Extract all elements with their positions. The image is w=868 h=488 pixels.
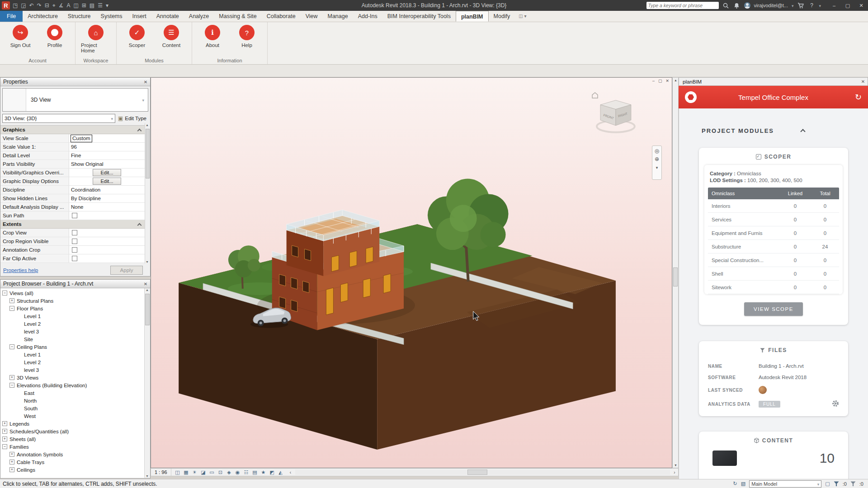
horizontal-scrollbar[interactable]: [295, 469, 670, 475]
tree-item[interactable]: Schedules/Quantities (all): [0, 427, 144, 435]
tree-item[interactable]: Floor Plans: [0, 305, 144, 312]
property-row[interactable]: Parts Visibility Show Original: [0, 160, 145, 169]
type-selector-chevron-icon[interactable]: [142, 97, 148, 103]
bell-icon[interactable]: [733, 2, 741, 9]
view-window-control-icon[interactable]: ▢: [658, 79, 662, 83]
view-control-icon[interactable]: ☷: [243, 469, 250, 475]
ribbon-button[interactable]: ✓Scoper: [122, 25, 152, 56]
window-control-button[interactable]: ▢: [841, 0, 854, 11]
planbim-panel-header[interactable]: planBIM: [679, 77, 868, 86]
ribbon-tab[interactable]: Massing & Site: [214, 11, 261, 22]
project-modules-heading[interactable]: PROJECT MODULES: [702, 127, 868, 134]
ribbon-button[interactable]: ?Help: [232, 25, 262, 56]
qat-icon[interactable]: A: [66, 2, 70, 9]
qat-icon[interactable]: ∡: [59, 2, 64, 9]
close-icon[interactable]: [141, 282, 150, 286]
property-row[interactable]: Annotation Crop: [0, 246, 145, 254]
content-thumbnail[interactable]: [712, 450, 737, 466]
ribbon-tab[interactable]: Insert: [127, 11, 151, 22]
section-collapse-icon[interactable]: [137, 128, 142, 133]
refresh-icon[interactable]: [855, 92, 862, 102]
property-row[interactable]: Scale Value 1: 96: [0, 143, 145, 151]
view-window-control-icon[interactable]: ✕: [665, 79, 669, 83]
worksets-icon[interactable]: [733, 481, 737, 487]
properties-help-link[interactable]: Properties help: [3, 267, 38, 273]
qat-icon[interactable]: ▾: [106, 2, 108, 9]
property-row[interactable]: Far Clip Active: [0, 254, 145, 263]
tree-item[interactable]: level 3: [0, 366, 144, 374]
view-control-icon[interactable]: ★: [260, 469, 267, 475]
tree-item[interactable]: Ceilings: [0, 466, 144, 474]
qat-icon[interactable]: ⊟: [45, 2, 49, 9]
tree-item[interactable]: East: [0, 389, 144, 397]
ribbon-tab[interactable]: Manage: [323, 11, 353, 22]
checkbox[interactable]: [72, 239, 77, 244]
tree-expander-icon[interactable]: [2, 436, 7, 441]
user-menu-chevron-icon[interactable]: [792, 2, 794, 9]
tree-item[interactable]: North: [0, 397, 144, 404]
scrollbar-thumb[interactable]: [145, 294, 150, 325]
tree-item[interactable]: Level 1: [0, 312, 144, 320]
tree-item[interactable]: Level 2: [0, 320, 144, 328]
scrollbar-thumb[interactable]: [146, 129, 150, 178]
scrollbar-thumb[interactable]: [467, 469, 487, 475]
qat-icon[interactable]: ◲: [21, 2, 26, 9]
ribbon-tab[interactable]: Add-Ins: [353, 11, 382, 22]
window-control-button[interactable]: –: [827, 0, 841, 11]
property-row[interactable]: Default Analysis Display ... None: [0, 203, 145, 211]
ribbon-button[interactable]: ↪Sign Out: [5, 25, 35, 56]
ribbon-collapse-icon[interactable]: [515, 11, 530, 22]
scroll-right-icon[interactable]: ›: [671, 470, 678, 475]
tree-item[interactable]: Cable Trays: [0, 458, 144, 466]
ribbon-tab[interactable]: View: [301, 11, 323, 22]
tree-item[interactable]: Level 2: [0, 358, 144, 366]
selection-filter-icon[interactable]: [850, 481, 856, 487]
tree-expander-icon[interactable]: [2, 444, 7, 449]
tree-item[interactable]: Sheets (all): [0, 435, 144, 443]
design-options-select[interactable]: Main Model: [749, 480, 821, 488]
tree-item[interactable]: Views (all): [0, 289, 144, 297]
tree-expander-icon[interactable]: [9, 467, 14, 472]
project-browser-header[interactable]: Project Browser - Building 1 - Arch.rvt: [0, 280, 150, 288]
help-icon[interactable]: ?: [808, 2, 815, 9]
cart-icon[interactable]: [797, 2, 804, 9]
collapse-chevron-icon[interactable]: [800, 129, 805, 134]
view-control-icon[interactable]: ◪: [200, 469, 207, 475]
tree-expander-icon[interactable]: [9, 306, 14, 311]
property-row[interactable]: Show Hidden Lines By Discipline: [0, 194, 145, 203]
ribbon-tab[interactable]: File: [0, 11, 23, 22]
tree-item[interactable]: level 3: [0, 328, 144, 335]
tree-item[interactable]: Legends: [0, 420, 144, 427]
scrollbar-thumb[interactable]: [673, 267, 678, 286]
ribbon-button[interactable]: ☰Content: [156, 25, 186, 56]
help-menu-chevron-icon[interactable]: [819, 2, 821, 9]
properties-header[interactable]: Properties: [0, 78, 150, 86]
tree-item[interactable]: 3D Views: [0, 374, 144, 381]
ribbon-tab[interactable]: BIM Interoperability Tools: [382, 11, 456, 22]
view-window-control-icon[interactable]: –: [652, 79, 655, 83]
tree-expander-icon[interactable]: [9, 344, 14, 349]
tree-expander-icon[interactable]: [9, 460, 14, 465]
user-name[interactable]: virajvoditel@t...: [754, 3, 788, 8]
view-control-icon[interactable]: ▤: [251, 469, 259, 475]
qat-icon[interactable]: ◳: [13, 2, 18, 9]
ribbon-button[interactable]: ⌂Project Home: [81, 25, 111, 56]
view-control-icon[interactable]: ◭: [277, 469, 284, 475]
qat-icon[interactable]: ▤: [90, 2, 94, 9]
tree-item[interactable]: South: [0, 404, 144, 412]
ribbon-tab[interactable]: Structure: [63, 11, 96, 22]
zoom-icon[interactable]: [655, 156, 659, 162]
checkbox[interactable]: [72, 256, 77, 261]
qat-icon[interactable]: ↷: [37, 2, 42, 9]
ribbon-tab[interactable]: Architecture: [23, 11, 63, 22]
drawing-area[interactable]: FRONT RIGHT –▢✕: [151, 77, 672, 468]
ribbon-button[interactable]: Profile: [40, 25, 70, 56]
checkbox[interactable]: [72, 213, 77, 218]
view-control-icon[interactable]: ⊡: [217, 469, 224, 475]
property-row[interactable]: Graphics: [0, 126, 145, 134]
tree-item[interactable]: Level 1: [0, 351, 144, 358]
editable-only-icon[interactable]: [741, 481, 745, 487]
vertical-scrollbar[interactable]: [672, 77, 679, 468]
qat-icon[interactable]: ⊞: [82, 2, 86, 9]
view-control-icon[interactable]: ◫: [174, 469, 181, 475]
